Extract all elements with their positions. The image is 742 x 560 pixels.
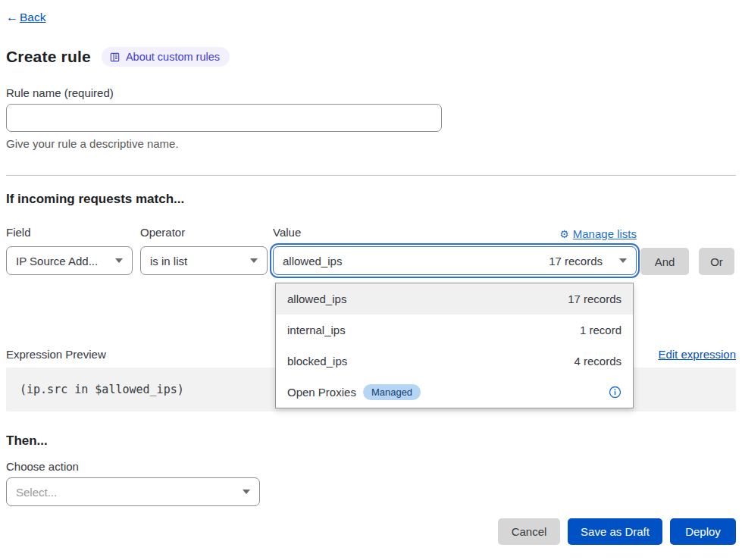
value-select[interactable]: allowed_ips 17 records bbox=[273, 246, 637, 275]
field-select-value: IP Source Add... bbox=[16, 255, 98, 267]
list-item-name-wrap: Open Proxies Managed bbox=[287, 384, 421, 400]
rule-name-help: Give your rule a descriptive name. bbox=[6, 137, 736, 150]
operator-select-value: is in list bbox=[150, 255, 187, 267]
chevron-down-icon bbox=[619, 258, 627, 263]
action-select[interactable]: Select... bbox=[6, 477, 260, 506]
chevron-down-icon bbox=[115, 258, 123, 263]
back-link-label: Back bbox=[20, 11, 45, 24]
then-section: Then... Choose action Select... bbox=[6, 433, 736, 506]
field-column: Field IP Source Add... bbox=[6, 226, 133, 275]
save-as-draft-button[interactable]: Save as Draft bbox=[568, 518, 662, 545]
operator-select[interactable]: is in list bbox=[140, 246, 268, 275]
list-item-name: allowed_ips bbox=[287, 293, 346, 305]
manage-lists-label: Manage lists bbox=[573, 227, 637, 240]
about-pill-label: About custom rules bbox=[126, 51, 220, 63]
condition-row: Field IP Source Add... Operator is in li… bbox=[6, 226, 736, 275]
rule-name-label: Rule name (required) bbox=[6, 86, 736, 99]
info-icon[interactable] bbox=[609, 386, 621, 399]
back-link[interactable]: ←Back bbox=[6, 11, 45, 24]
match-section: If incoming requests match... Field IP S… bbox=[6, 192, 736, 275]
chevron-down-icon bbox=[243, 490, 250, 494]
value-select-value: allowed_ips bbox=[283, 255, 342, 267]
edit-expression-link[interactable]: Edit expression bbox=[658, 348, 736, 361]
footer-actions: Cancel Save as Draft Deploy bbox=[498, 518, 736, 545]
action-select-placeholder: Select... bbox=[16, 486, 57, 499]
manage-lists-link[interactable]: ⚙ Manage lists bbox=[559, 227, 637, 240]
list-item-name: Open Proxies bbox=[287, 386, 356, 399]
field-label: Field bbox=[6, 226, 133, 242]
action-block: Choose action Select... bbox=[6, 460, 736, 506]
operator-column: Operator is in list bbox=[140, 226, 268, 275]
list-item-internal-ips[interactable]: internal_ips 1 record bbox=[276, 314, 633, 346]
list-item-name: internal_ips bbox=[287, 324, 346, 336]
list-item-records: 4 records bbox=[574, 355, 621, 368]
value-label: Value bbox=[273, 226, 301, 242]
choose-action-label: Choose action bbox=[6, 460, 736, 473]
value-column: Value ⚙ Manage lists allowed_ips 17 reco… bbox=[273, 226, 637, 275]
rule-name-input[interactable] bbox=[6, 104, 442, 132]
back-arrow-icon: ← bbox=[6, 11, 18, 24]
match-heading: If incoming requests match... bbox=[6, 192, 736, 207]
about-custom-rules-link[interactable]: About custom rules bbox=[102, 47, 230, 67]
value-select-records: 17 records bbox=[549, 255, 603, 267]
value-label-row: Value ⚙ Manage lists bbox=[273, 226, 637, 242]
or-button[interactable]: Or bbox=[699, 248, 734, 275]
book-icon bbox=[109, 52, 121, 63]
field-select[interactable]: IP Source Add... bbox=[6, 246, 133, 275]
list-item-records: 17 records bbox=[568, 293, 621, 305]
list-item-records: 1 record bbox=[580, 324, 621, 336]
chevron-down-icon bbox=[250, 258, 258, 263]
then-heading: Then... bbox=[6, 433, 736, 449]
deploy-button[interactable]: Deploy bbox=[670, 518, 736, 545]
list-item-name: blocked_ips bbox=[287, 355, 347, 368]
list-dropdown: allowed_ips 17 records internal_ips 1 re… bbox=[275, 283, 634, 408]
cancel-button[interactable]: Cancel bbox=[498, 518, 560, 545]
expression-preview-label: Expression Preview bbox=[6, 348, 106, 361]
managed-badge: Managed bbox=[363, 384, 421, 400]
list-item-open-proxies[interactable]: Open Proxies Managed bbox=[276, 377, 633, 408]
conjunction-buttons: And Or bbox=[640, 226, 734, 275]
page-header: Create rule About custom rules bbox=[6, 47, 736, 67]
page-title: Create rule bbox=[6, 48, 91, 66]
list-item-allowed-ips[interactable]: allowed_ips 17 records bbox=[276, 283, 633, 314]
and-button[interactable]: And bbox=[640, 248, 689, 275]
list-item-blocked-ips[interactable]: blocked_ips 4 records bbox=[276, 346, 633, 377]
section-divider bbox=[6, 175, 736, 176]
operator-label: Operator bbox=[140, 226, 268, 242]
expression-code: (ip.src in $allowed_ips) bbox=[20, 383, 184, 396]
rule-name-section: Rule name (required) Give your rule a de… bbox=[6, 86, 736, 150]
gear-icon: ⚙ bbox=[559, 228, 569, 240]
